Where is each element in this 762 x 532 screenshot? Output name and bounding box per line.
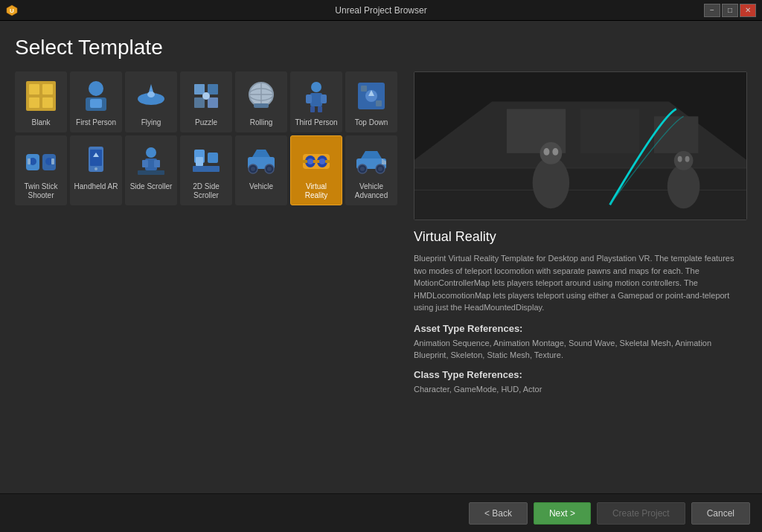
2d-side-scroller-label: 2D Side Scroller xyxy=(184,182,228,200)
next-button[interactable]: Next > xyxy=(534,502,591,525)
svg-rect-48 xyxy=(154,160,160,167)
template-item-side-scroller[interactable]: Side Scroller xyxy=(125,135,177,205)
svg-marker-69 xyxy=(361,151,382,158)
svg-rect-33 xyxy=(361,86,367,92)
template-item-flying[interactable]: Flying xyxy=(125,71,177,132)
restore-button[interactable]: □ xyxy=(722,4,738,17)
svg-rect-53 xyxy=(196,157,203,166)
template-item-first-person[interactable]: First Person xyxy=(70,71,122,132)
svg-rect-67 xyxy=(325,160,330,163)
template-item-rolling[interactable]: Rolling xyxy=(235,71,287,132)
template-item-handheld-ar[interactable]: Handheld AR xyxy=(70,135,122,205)
template-item-twin-stick[interactable]: Twin Stick Shooter xyxy=(15,135,67,205)
svg-point-65 xyxy=(319,158,325,164)
svg-point-84 xyxy=(540,142,563,164)
asset-types-label: Asset Type References: xyxy=(414,323,747,334)
template-grid: Blank First Person xyxy=(15,71,402,205)
svg-rect-16 xyxy=(208,97,218,108)
template-item-2d-side-scroller[interactable]: 2D Side Scroller xyxy=(180,135,232,205)
back-button[interactable]: < Back xyxy=(469,502,528,525)
svg-rect-42 xyxy=(90,150,102,166)
svg-rect-9 xyxy=(90,99,102,108)
svg-point-58 xyxy=(251,167,255,171)
app-logo-icon: U xyxy=(6,4,18,16)
content-area: Blank First Person xyxy=(15,71,747,493)
create-project-button: Create Project xyxy=(597,502,685,525)
minimize-button[interactable]: − xyxy=(704,4,720,17)
class-types-label: Class Type References: xyxy=(414,369,747,380)
main-content: Select Template Blank xyxy=(0,21,762,493)
svg-rect-66 xyxy=(303,160,307,163)
svg-rect-6 xyxy=(42,97,53,108)
svg-rect-4 xyxy=(42,84,53,94)
svg-point-89 xyxy=(678,156,682,162)
svg-point-17 xyxy=(202,92,210,100)
handheld-ar-label: Handheld AR xyxy=(74,182,118,191)
blank-icon xyxy=(22,77,60,115)
svg-rect-13 xyxy=(194,84,205,94)
top-down-icon xyxy=(352,77,391,115)
svg-point-72 xyxy=(360,167,365,171)
vr-icon xyxy=(297,141,336,179)
class-types-content: Character, GameMode, HUD, Actor xyxy=(414,383,747,396)
rolling-icon xyxy=(242,77,281,115)
svg-point-64 xyxy=(307,158,313,164)
vehicle-label: Vehicle xyxy=(249,182,273,191)
template-item-vr[interactable]: Virtual Reality xyxy=(290,135,342,205)
svg-point-86 xyxy=(552,148,558,156)
selected-template-name: Virtual Reality xyxy=(414,229,747,245)
selected-template-description: Blueprint Virtual Reality Template for D… xyxy=(414,252,747,314)
svg-point-24 xyxy=(311,82,321,92)
svg-rect-23 xyxy=(254,103,269,108)
template-panel: Blank First Person xyxy=(15,71,402,493)
blank-label: Blank xyxy=(31,118,50,127)
vehicle-advanced-label: Vehicle Advanced xyxy=(349,182,394,200)
svg-point-90 xyxy=(685,156,690,162)
template-item-vehicle[interactable]: Vehicle xyxy=(235,135,287,205)
bottom-bar: < Back Next > Create Project Cancel xyxy=(0,493,762,532)
svg-rect-52 xyxy=(193,166,220,172)
flying-label: Flying xyxy=(141,118,161,127)
handheld-ar-icon xyxy=(77,141,115,179)
svg-point-85 xyxy=(544,148,550,156)
preview-svg xyxy=(414,72,746,219)
svg-rect-34 xyxy=(376,100,382,106)
svg-rect-15 xyxy=(194,97,205,108)
template-item-third-person[interactable]: Third Person xyxy=(290,71,342,132)
vr-label: Virtual Reality xyxy=(294,182,339,200)
template-item-puzzle[interactable]: Puzzle xyxy=(180,71,232,132)
window-controls: − □ ✕ xyxy=(704,4,756,17)
svg-rect-51 xyxy=(208,153,218,163)
template-preview xyxy=(414,71,747,220)
svg-rect-47 xyxy=(142,160,148,167)
svg-rect-28 xyxy=(310,106,315,112)
page-title: Select Template xyxy=(15,36,747,60)
svg-point-73 xyxy=(378,167,382,171)
asset-types-content: Animation Sequence, Animation Montage, S… xyxy=(414,337,747,362)
third-person-icon xyxy=(297,77,336,115)
template-item-vehicle-advanced[interactable]: Vehicle Advanced xyxy=(345,135,397,205)
rolling-label: Rolling xyxy=(250,118,273,127)
svg-rect-14 xyxy=(208,84,218,94)
third-person-label: Third Person xyxy=(295,118,337,127)
info-panel: Virtual Reality Blueprint Virtual Realit… xyxy=(414,71,747,493)
template-item-top-down[interactable]: Top Down xyxy=(345,71,397,132)
puzzle-label: Puzzle xyxy=(195,118,217,127)
svg-rect-5 xyxy=(29,97,39,108)
svg-point-88 xyxy=(674,151,694,170)
side-scroller-label: Side Scroller xyxy=(130,182,173,191)
first-person-label: First Person xyxy=(76,118,116,127)
svg-rect-25 xyxy=(310,93,322,106)
twin-stick-icon xyxy=(22,141,60,179)
svg-point-83 xyxy=(533,157,570,208)
svg-point-43 xyxy=(95,167,97,170)
cancel-button[interactable]: Cancel xyxy=(691,502,750,525)
title-bar: U Unreal Project Browser − □ ✕ xyxy=(0,0,762,21)
template-item-blank[interactable]: Blank xyxy=(15,71,67,132)
svg-rect-39 xyxy=(28,158,31,164)
flying-icon xyxy=(132,77,170,115)
top-down-label: Top Down xyxy=(355,118,388,127)
close-button[interactable]: ✕ xyxy=(740,4,756,17)
twin-stick-label: Twin Stick Shooter xyxy=(19,182,63,200)
first-person-icon xyxy=(77,77,115,115)
